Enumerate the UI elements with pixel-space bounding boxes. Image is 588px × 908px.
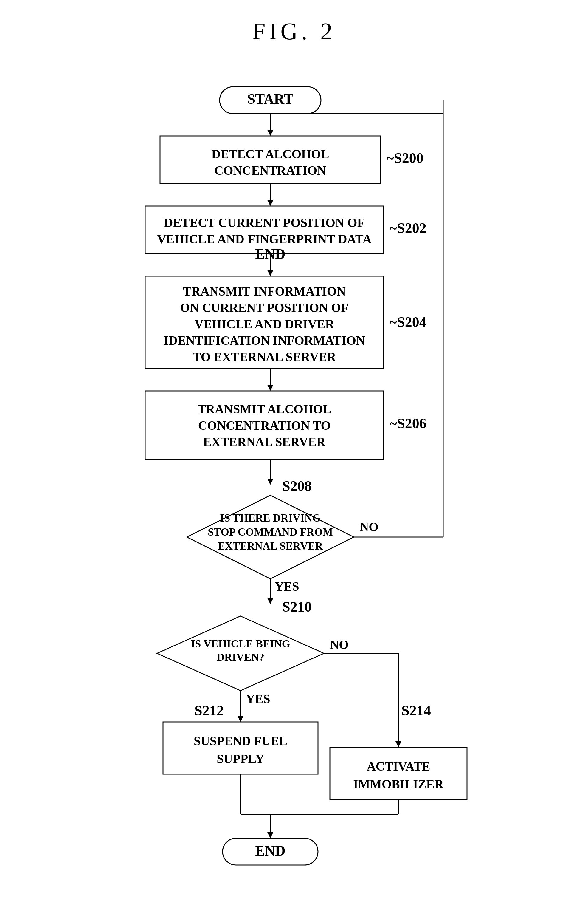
s206-text-line1: TRANSMIT ALCOHOL <box>197 402 331 416</box>
s204-text-line5: TO EXTERNAL SERVER <box>193 350 336 364</box>
flowchart-svg: START DETECT ALCOHOL CONCENTRATION ~S200… <box>85 69 503 904</box>
arrow-s204-s206 <box>267 385 273 391</box>
s210-text-line1: IS VEHICLE BEING <box>191 638 290 650</box>
flowchart: START DETECT ALCOHOL CONCENTRATION ~S200… <box>85 69 503 904</box>
arrow-s208-s210 <box>267 598 273 604</box>
page-container: FIG. 2 START <box>0 0 588 908</box>
s208-label: S208 <box>282 478 312 494</box>
s214-text-line2: IMMOBILIZER <box>353 778 444 791</box>
s200-label: ~S200 <box>387 150 424 166</box>
s204-text-line1: TRANSMIT INFORMATION <box>183 285 346 298</box>
s204-text-line2: ON CURRENT POSITION OF <box>180 301 349 315</box>
arrow-s206-s208 <box>267 479 273 485</box>
s210-no-label: NO <box>330 638 349 652</box>
s210-yes-label: YES <box>246 692 270 706</box>
s212-text-line1: SUSPEND FUEL <box>194 734 287 748</box>
s212-label: S212 <box>194 702 224 718</box>
s204-text-line4: IDENTIFICATION INFORMATION <box>163 334 365 348</box>
s202-text-line2: VEHICLE AND FINGERPRINT DATA <box>157 232 372 246</box>
s208-text-line1: IS THERE DRIVING <box>220 512 320 524</box>
end-label-actual: END <box>255 843 285 858</box>
s200-text-line2: CONCENTRATION <box>214 164 326 177</box>
s204-label: ~S204 <box>389 314 426 330</box>
s208-yes-label: YES <box>275 580 299 593</box>
figure-title: FIG. 2 <box>252 18 336 45</box>
s206-label: ~S206 <box>389 415 426 431</box>
s208-no-label: NO <box>360 520 379 534</box>
s208-text-line2: STOP COMMAND FROM <box>208 526 333 538</box>
arrow-s210-s212 <box>238 716 244 722</box>
s202-text-line1: DETECT CURRENT POSITION OF <box>164 216 365 230</box>
s202-label: ~S202 <box>389 220 426 236</box>
end-label: END <box>255 246 285 262</box>
s210-text-line2: DRIVEN? <box>216 651 264 663</box>
arrow-start-s200 <box>267 130 273 136</box>
arrow-s200-s202 <box>267 200 273 206</box>
s212-node <box>163 722 318 774</box>
s208-text-line3: EXTERNAL SERVER <box>218 540 323 552</box>
s210-label: S210 <box>282 599 312 615</box>
arrow-s202-s204 <box>267 270 273 276</box>
s206-text-line2: CONCENTRATION TO <box>198 419 331 432</box>
s212-text-line2: SUPPLY <box>217 752 264 766</box>
s204-text-line3: VEHICLE AND DRIVER <box>194 317 334 331</box>
start-label: START <box>247 91 293 107</box>
s214-node <box>330 747 467 799</box>
s214-text-line1: ACTIVATE <box>366 760 430 773</box>
s206-text-line3: EXTERNAL SERVER <box>203 435 325 449</box>
arrow-s210-s214 <box>395 741 402 747</box>
arrow-to-end <box>267 832 273 838</box>
s214-label: S214 <box>402 702 431 718</box>
s200-text-line1: DETECT ALCOHOL <box>211 147 329 161</box>
